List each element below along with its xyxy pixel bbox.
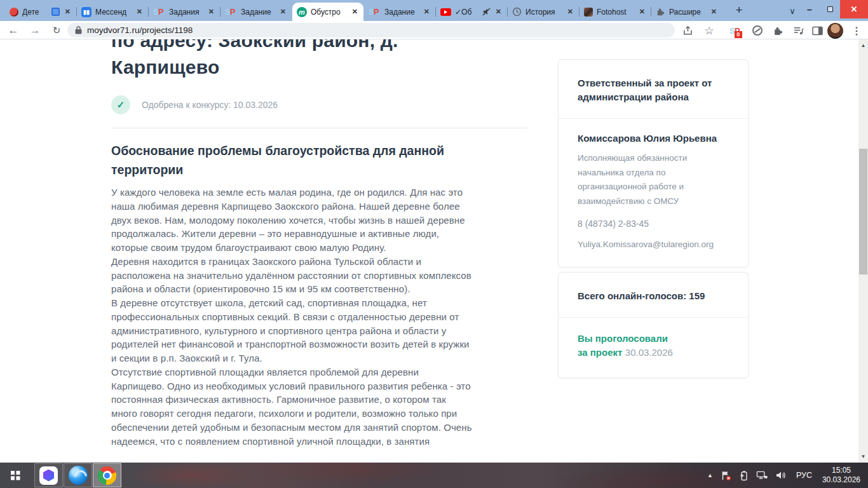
tab-label: История [526, 8, 562, 17]
close-tab-icon[interactable]: ✕ [494, 8, 503, 16]
windows-logo-icon [11, 471, 20, 480]
profile-avatar[interactable] [826, 22, 844, 39]
main-column: по адресу: Заокский район, д. Карпищево … [111, 39, 472, 448]
paragraph: В деревне отсутствует школа, детский сад… [111, 296, 472, 365]
responsible-name: Комиссарова Юлия Юрьевна [578, 133, 729, 144]
close-tab-icon[interactable]: ✕ [566, 8, 574, 16]
extension-circle-icon[interactable] [749, 22, 766, 39]
window-restore-button[interactable] [820, 0, 840, 18]
page-viewport: по адресу: Заокский район, д. Карпищево … [0, 39, 868, 463]
tray-time: 15:05 [832, 466, 851, 475]
tray-hidden-icons-chevron[interactable]: ▲ [703, 463, 717, 488]
close-tab-icon[interactable]: ✕ [351, 8, 359, 16]
browser-toolbar: ← → ↻ moydvor71.ru/projects/1198 ☆ SP0 ⋮ [0, 21, 868, 39]
taskbar-app-chrome[interactable] [93, 463, 121, 487]
tray-clock[interactable]: 15:0530.03.2026 [818, 463, 868, 488]
tray-security-flag-icon[interactable] [717, 463, 735, 488]
page-title: по адресу: Заокский район, д. Карпищево [111, 39, 472, 81]
tab-search-chevron-icon[interactable]: ∨ [785, 4, 799, 18]
media-queue-icon[interactable] [789, 22, 807, 39]
paragraph: Отсутствие спортивной площадки является … [111, 365, 472, 449]
browser-menu-icon[interactable]: ⋮ [848, 22, 865, 39]
url-text[interactable]: moydvor71.ru/projects/1198 [87, 25, 193, 35]
new-tab-button[interactable]: + [731, 2, 747, 18]
messenger-pause-icon: ▮▮ [81, 7, 92, 17]
red-site-icon [10, 8, 18, 17]
sp-favicon: SP [225, 7, 237, 17]
approval-text: Одобрена к конкурсу: 10.03.2026 [142, 100, 278, 110]
side-panel-icon[interactable] [808, 22, 826, 39]
paragraph: Деревня находится в границах Заокского р… [111, 255, 472, 296]
lock-icon[interactable] [75, 26, 82, 34]
address-bar[interactable]: moydvor71.ru/projects/1198 [67, 23, 675, 37]
window-close-button[interactable]: ✕ [840, 0, 868, 18]
window-minimize-button[interactable]: – [799, 0, 820, 18]
close-tab-icon[interactable]: ✕ [710, 8, 718, 16]
close-tab-icon[interactable]: ✕ [423, 8, 431, 16]
voted-date: 30.03.2026 [625, 347, 673, 358]
section-heading: Обоснование проблемы благоустройства для… [111, 141, 480, 179]
tab-tasks[interactable]: SP Задания ✕ [149, 3, 220, 21]
approval-status: ✓ Одобрена к конкурсу: 10.03.2026 [111, 95, 472, 114]
votes-total: Всего онлайн-голосов: 159 [559, 273, 748, 318]
start-button[interactable] [0, 463, 31, 488]
screen-capture-indicator-icon [51, 8, 60, 16]
puzzle-icon [656, 7, 665, 17]
reload-button[interactable]: ↻ [48, 22, 65, 39]
votes-count: 159 [689, 290, 705, 301]
youtube-icon [440, 8, 451, 16]
system-tray: ▲ РУС 15:0530.03.2026 [703, 463, 868, 488]
tray-network-icon[interactable] [752, 463, 771, 488]
tab-task2[interactable]: SP Задание ✕ [364, 3, 435, 21]
swirl-app-icon [69, 466, 88, 485]
forward-button[interactable]: → [27, 22, 43, 39]
tab-youtube[interactable]: ✓Об ✕ [436, 3, 507, 21]
restore-icon [827, 6, 833, 12]
tab-moydvor-active[interactable]: m Обустро ✕ [292, 3, 363, 21]
tab-children[interactable]: Дете ✕ [5, 3, 76, 21]
tab-extensions[interactable]: Расшире ✕ [651, 3, 722, 21]
taskbar-app-shield[interactable] [34, 463, 63, 487]
tab-label: Обустро [311, 8, 347, 17]
close-tab-icon[interactable]: ✕ [638, 8, 646, 16]
photo-thumbnail-icon [584, 8, 593, 17]
tab-fotohost[interactable]: Fotohost ✕ [580, 3, 651, 21]
close-tab-icon[interactable]: ✕ [207, 8, 215, 16]
close-tab-icon[interactable]: ✕ [135, 8, 144, 16]
share-icon[interactable] [679, 22, 696, 39]
scrollbar-down-arrow[interactable]: ▼ [858, 452, 868, 461]
tab-task[interactable]: SP Задание ✕ [220, 3, 292, 21]
paragraph: У каждого человека на земле есть малая р… [111, 186, 472, 255]
sp-extension-icon[interactable]: SP0 [726, 22, 743, 39]
responsible-email: Yuliya.Komissarova@tularegion.org [578, 240, 729, 249]
tab-label: Fotohost [597, 8, 634, 17]
responsible-phone: 8 (48734) 2-83-45 [578, 219, 729, 229]
project-description: У каждого человека на земле есть малая р… [111, 186, 472, 448]
sp-favicon: SP [369, 7, 381, 17]
extensions-puzzle-icon[interactable] [769, 22, 787, 39]
scrollbar-up-arrow[interactable]: ▲ [858, 41, 868, 50]
responsible-card: Ответственный за проект от администрации… [558, 59, 749, 268]
taskbar-app-swirl[interactable] [64, 463, 92, 487]
votes-card: Всего онлайн-голосов: 159 Вы проголосова… [558, 272, 749, 378]
page-scrollbar[interactable]: ▲ ▼ [858, 39, 868, 463]
moydvor-favicon: m [297, 7, 307, 17]
muted-speaker-icon[interactable] [482, 8, 491, 16]
close-tab-icon[interactable]: ✕ [64, 8, 72, 16]
tab-label: Задание [384, 8, 419, 17]
bookmark-star-icon[interactable]: ☆ [700, 22, 718, 39]
close-tab-icon[interactable]: ✕ [279, 8, 287, 16]
responsible-card-header: Ответственный за проект от администрации… [559, 60, 748, 119]
tray-speaker-icon[interactable] [771, 463, 790, 488]
tray-battery-icon[interactable] [735, 463, 752, 488]
approved-check-icon: ✓ [111, 95, 130, 114]
tab-messenger[interactable]: ▮▮ Мессенд ✕ [77, 3, 148, 21]
back-button[interactable]: ← [5, 22, 22, 39]
tab-label: Задания [169, 8, 203, 17]
browser-tab-strip: Дете ✕ ▮▮ Мессенд ✕ SP Задания ✕ SP Зада… [0, 0, 868, 21]
scrollbar-thumb[interactable] [859, 149, 867, 274]
sp-favicon: SP [153, 7, 165, 17]
tab-label: Расшире [669, 8, 706, 17]
tray-language-indicator[interactable]: РУС [790, 463, 818, 488]
tab-history[interactable]: История ✕ [508, 3, 579, 21]
